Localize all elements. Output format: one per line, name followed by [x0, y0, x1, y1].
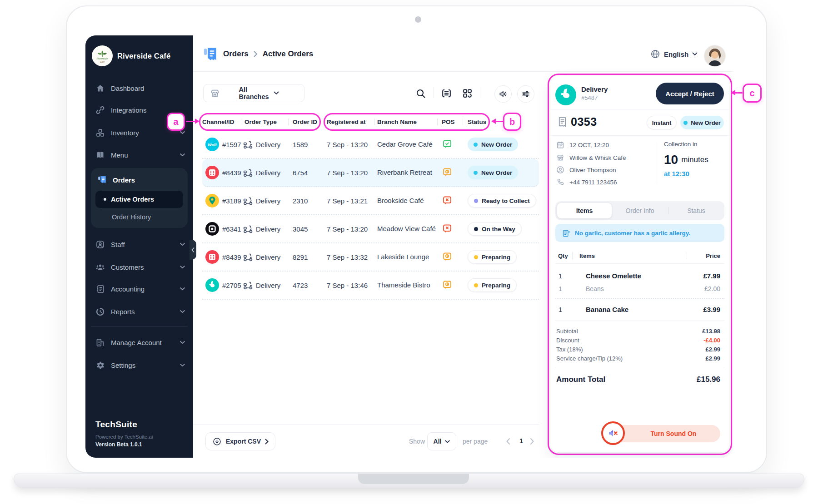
sidebar-item-order-history[interactable]: Order History: [112, 210, 151, 224]
subtotal-label: Subtotal: [556, 328, 578, 335]
collection-time: at 12:30: [664, 170, 689, 178]
gear-icon: [95, 361, 105, 370]
sidebar-item-accounting[interactable]: Accounting: [85, 278, 193, 300]
column-header-order-id[interactable]: Order ID: [288, 113, 324, 131]
sidebar-collapse-handle[interactable]: [190, 240, 196, 260]
sidebar-item-label: Order History: [112, 213, 151, 221]
table-row[interactable]: #3189 Delivery 2310 7 Sep - 13:21 Brooks…: [202, 187, 539, 215]
amount-total-value: £15.96: [697, 375, 720, 384]
order-id: 4723: [288, 282, 324, 289]
laptop-hinge-notch: [358, 474, 469, 484]
column-header-order-type[interactable]: Order Type: [243, 113, 288, 131]
search-button[interactable]: [415, 88, 426, 99]
column-header-branch-name[interactable]: Branch Name: [374, 113, 437, 131]
language-selector[interactable]: English: [650, 49, 698, 59]
sidebar-item-active-orders[interactable]: Active Orders: [95, 191, 183, 208]
branch-name: Thameside Bistro: [374, 281, 437, 290]
column-header-channel-id[interactable]: Channel/ID: [202, 113, 243, 131]
table-row[interactable]: Wolt #1597 Delivery 1589 7 Sep - 13:20 C…: [202, 131, 539, 159]
riverside-logo-icon: Riverside Café: [92, 45, 113, 66]
order-id: 3045: [288, 225, 324, 233]
channel-id: #8439: [222, 253, 241, 261]
tab-order-info[interactable]: Order Info: [612, 201, 668, 220]
export-csv-button[interactable]: Export CSV: [205, 432, 275, 450]
sidebar-item-dashboard[interactable]: Dashboard: [85, 77, 193, 99]
table-row[interactable]: #2705 Delivery 4723 7 Sep - 13:46 Thames…: [202, 272, 539, 300]
tab-items[interactable]: Items: [557, 203, 612, 218]
sidebar-item-staff[interactable]: Staff: [85, 233, 193, 255]
branch-name: Lakeside Lounge: [374, 253, 437, 262]
sidebar-item-reports[interactable]: Reports: [85, 301, 193, 322]
channel-id: #1597: [222, 141, 241, 148]
order-type: Delivery: [256, 197, 280, 205]
page-number[interactable]: 1: [519, 437, 523, 445]
filters-button[interactable]: [517, 85, 534, 103]
amount-total-label: Amount Total: [556, 375, 605, 384]
sidebar-item-manage-account[interactable]: Manage Account: [85, 331, 193, 353]
tab-status[interactable]: Status: [670, 201, 723, 220]
user-avatar[interactable]: [704, 45, 725, 66]
pos-pending-icon: [442, 252, 453, 262]
sound-toggle-button[interactable]: [494, 85, 512, 103]
page-size-select[interactable]: All: [427, 432, 456, 450]
laptop-camera-dot: [415, 16, 421, 23]
registered-at: 7 Sep - 13:20: [324, 169, 374, 177]
chevron-down-icon: [180, 131, 185, 134]
sidebar-item-customers[interactable]: Customers: [85, 256, 193, 278]
list-view-button[interactable]: [441, 88, 452, 99]
glovo-channel-icon: [205, 194, 219, 208]
next-page-button[interactable]: [530, 438, 534, 445]
sound-muted-icon[interactable]: [601, 421, 625, 445]
turn-sound-on-button[interactable]: Turn Sound On: [611, 425, 720, 442]
panel-divider: [555, 368, 724, 368]
toolbar-divider: [482, 87, 482, 98]
branch-name: Meadow View Café: [374, 225, 437, 233]
staff-icon: [95, 240, 105, 249]
items-column-qty: Qty: [558, 252, 568, 259]
receipt-outline-icon: [556, 116, 568, 128]
show-label: Show: [409, 438, 425, 445]
annotation-label-b: b: [503, 113, 521, 131]
sidebar-item-label: Inventory: [111, 129, 139, 137]
annotation-arrow-b: [495, 121, 503, 122]
new-order-badge: New Order: [680, 116, 724, 129]
panel-divider: [550, 109, 729, 109]
sidebar-item-settings[interactable]: Settings: [85, 354, 193, 376]
sidebar-item-label: Manage Account: [111, 339, 162, 346]
column-header-pos[interactable]: POS: [437, 113, 463, 131]
annotation-arrow-a: [186, 121, 196, 122]
powered-by-text: Powered by TechSuite.ai: [95, 434, 153, 440]
breadcrumb-root[interactable]: Orders: [223, 49, 249, 59]
sidebar-item-label: Customers: [111, 263, 144, 271]
branch-filter-select[interactable]: All Branches: [203, 84, 304, 102]
column-header-registered-at[interactable]: Registered at: [324, 113, 374, 131]
panel-display-number: 0353: [571, 115, 597, 128]
grid-view-button[interactable]: [462, 88, 473, 99]
tab-divider: [668, 207, 668, 214]
orders-receipt-icon: [203, 46, 218, 62]
table-row[interactable]: #8439 Delivery 8291 7 Sep - 13:32 Lakesi…: [202, 243, 539, 272]
order-id: 2310: [288, 197, 324, 205]
accept-reject-button[interactable]: Accept / Reject: [656, 83, 724, 104]
chevron-down-icon: [445, 440, 450, 443]
items-header-divider: [572, 252, 573, 259]
item-price: £2.00: [704, 285, 720, 292]
table-row[interactable]: #8439 Delivery 6754 7 Sep - 13:20 Riverb…: [202, 159, 539, 187]
branch-name: Brookside Café: [374, 197, 437, 205]
chevron-down-icon: [180, 341, 185, 344]
status-badge: On the Way: [468, 222, 522, 236]
boxes-icon: [95, 128, 105, 138]
footer-divider: [193, 424, 539, 425]
chevron-down-icon: [692, 52, 698, 56]
svg-text:Café: Café: [100, 60, 105, 63]
deliveroo-channel-icon: [205, 278, 219, 292]
sidebar-item-menu[interactable]: Menu: [85, 144, 193, 166]
table-row[interactable]: #6341 Delivery 3045 7 Sep - 13:20 Meadow…: [202, 215, 539, 243]
scooter-icon: [243, 139, 254, 150]
prev-page-button[interactable]: [506, 438, 510, 445]
tax-value: £2.99: [705, 346, 720, 353]
tax-label: Tax (18%): [556, 346, 583, 353]
sidebar-item-orders[interactable]: Orders: [97, 171, 181, 189]
order-type: Delivery: [256, 169, 280, 177]
items-column-price: Price: [706, 252, 720, 259]
